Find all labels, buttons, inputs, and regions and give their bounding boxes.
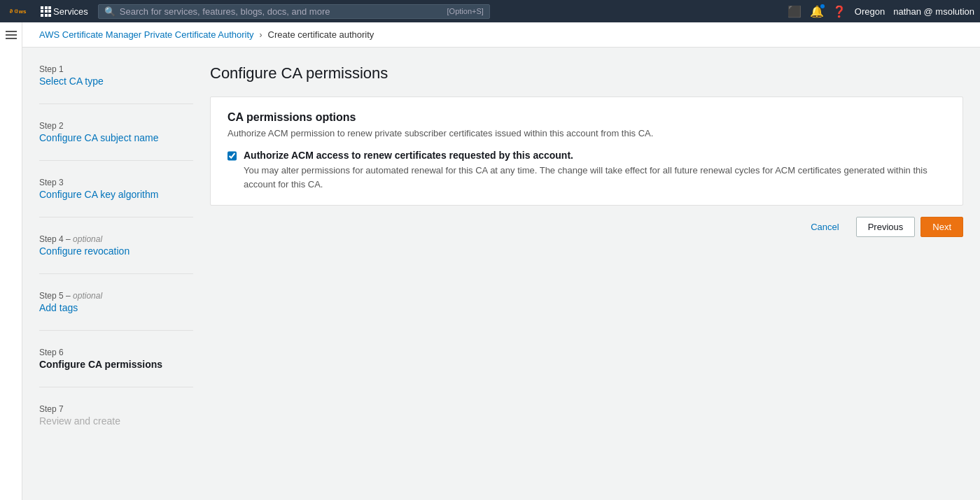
step-6: Step 6 Configure CA permissions	[39, 348, 193, 370]
action-bar: Cancel Previous Next	[210, 217, 963, 237]
step-1-label: Step 1	[39, 64, 193, 74]
sidebar-toggle[interactable]	[0, 22, 22, 500]
step-2-link[interactable]: Configure CA subject name	[39, 132, 158, 143]
step-2: Step 2 Configure CA subject name	[39, 121, 193, 143]
search-input[interactable]	[120, 6, 443, 17]
step-6-current: Configure CA permissions	[39, 359, 162, 370]
card-title: CA permissions options	[227, 111, 946, 124]
previous-button[interactable]: Previous	[856, 217, 916, 237]
search-icon: 🔍	[104, 6, 115, 17]
breadcrumb-separator: ›	[260, 30, 262, 40]
step-1-link[interactable]: Select CA type	[39, 76, 104, 87]
services-menu[interactable]: Services	[36, 5, 92, 18]
cancel-button[interactable]: Cancel	[799, 217, 850, 236]
step-5-label: Step 5 – optional	[39, 291, 193, 301]
search-bar[interactable]: 🔍 [Option+S]	[98, 4, 490, 19]
step-3-label: Step 3	[39, 178, 193, 187]
checkbox-main-label: Authorize ACM access to renew certificat…	[244, 150, 946, 161]
step-7-label: Step 7	[39, 404, 193, 414]
help-icon[interactable]: ❓	[832, 5, 846, 18]
step-4-link[interactable]: Configure revocation	[39, 245, 130, 257]
breadcrumb-link[interactable]: AWS Certificate Manager Private Certific…	[39, 29, 254, 40]
step-6-label: Step 6	[39, 348, 193, 357]
permissions-card: CA permissions options Authorize ACM per…	[210, 97, 963, 206]
bell-icon[interactable]: 🔔	[810, 5, 824, 18]
services-label: Services	[53, 6, 88, 17]
acm-permission-option: Authorize ACM access to renew certificat…	[227, 150, 946, 191]
step-4: Step 4 – optional Configure revocation	[39, 234, 193, 257]
page-body: Step 1 Select CA type Step 2 Configure C…	[22, 48, 980, 460]
step-5-optional: optional	[73, 291, 102, 301]
checkbox-desc-label: You may alter permissions for automated …	[244, 164, 946, 191]
page-title: Configure CA permissions	[210, 64, 963, 83]
main-content: AWS Certificate Manager Private Certific…	[22, 22, 980, 500]
nav-right: ⬛ 🔔 ❓ Oregon nathan @ msolution	[788, 5, 974, 18]
hamburger-icon	[6, 31, 17, 39]
step-1: Step 1 Select CA type	[39, 64, 193, 87]
step-7-disabled: Review and create	[39, 415, 120, 427]
breadcrumb-current: Create certificate authority	[268, 29, 374, 40]
next-button[interactable]: Next	[920, 217, 963, 237]
grid-icon	[41, 6, 50, 17]
steps-sidebar: Step 1 Select CA type Step 2 Configure C…	[39, 64, 193, 443]
breadcrumb: AWS Certificate Manager Private Certific…	[22, 22, 980, 48]
step-3: Step 3 Configure CA key algorithm	[39, 178, 193, 200]
top-navigation: ws Services 🔍 [Option+S] ⬛ 🔔 ❓ Oregon na…	[0, 0, 980, 22]
region-selector[interactable]: Oregon	[855, 6, 885, 17]
card-description: Authorize ACM permission to renew privat…	[227, 128, 946, 138]
step-2-label: Step 2	[39, 121, 193, 131]
acm-permission-checkbox[interactable]	[227, 151, 237, 161]
user-menu[interactable]: nathan @ msolution	[893, 6, 974, 17]
aws-logo[interactable]: ws	[6, 4, 28, 18]
step-5-link[interactable]: Add tags	[39, 302, 78, 313]
search-shortcut: [Option+S]	[447, 7, 484, 15]
step-3-link[interactable]: Configure CA key algorithm	[39, 189, 158, 200]
terminal-icon[interactable]: ⬛	[788, 5, 802, 18]
acm-permission-label[interactable]: Authorize ACM access to renew certificat…	[244, 150, 946, 191]
step-4-label: Step 4 – optional	[39, 234, 193, 244]
step-5: Step 5 – optional Add tags	[39, 291, 193, 313]
svg-text:ws: ws	[18, 8, 27, 15]
step-4-optional: optional	[73, 234, 102, 244]
step-7: Step 7 Review and create	[39, 404, 193, 427]
main-panel: Configure CA permissions CA permissions …	[210, 64, 963, 443]
